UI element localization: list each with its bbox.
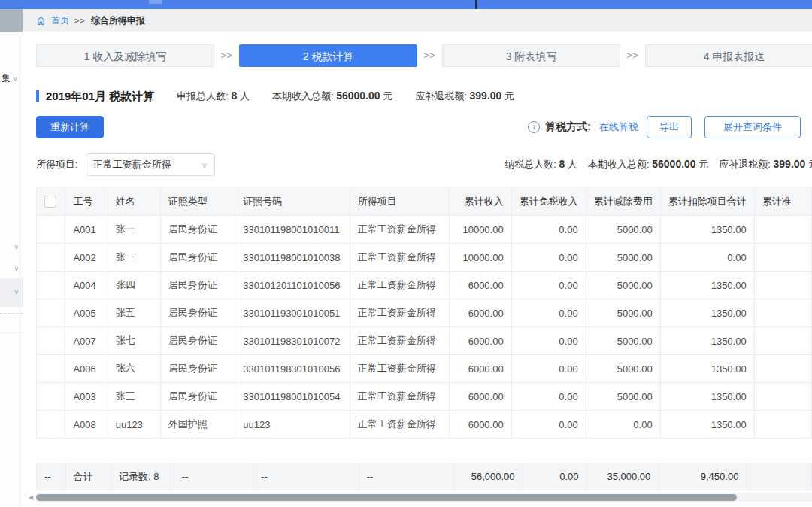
table-cell: 0.00 (511, 355, 586, 383)
table-cell (754, 272, 811, 299)
table-cell: A002 (65, 244, 108, 272)
table-cell: 0.00 (511, 244, 586, 272)
table-row[interactable]: A006张六居民身份证330101198301010056正常工资薪金所得600… (37, 355, 812, 383)
row-checkbox-cell (37, 411, 65, 439)
sidebar-active-item[interactable] (0, 278, 23, 307)
table-row[interactable]: A008uu123外国护照uu123正常工资薪金所得6000.000.000.0… (37, 411, 812, 439)
table-cell: 居民身份证 (160, 383, 235, 411)
table-cell: 1350.00 (660, 272, 754, 299)
table-cell: 330101198301010072 (235, 327, 350, 355)
browser-top-strip (0, 0, 812, 9)
horizontal-scrollbar[interactable]: ◀ (36, 493, 812, 502)
row-checkbox-cell (37, 383, 65, 411)
table-cell: 正常工资薪金所得 (350, 327, 449, 355)
table-cell: 居民身份证 (160, 355, 235, 383)
step-3-schedule-fill[interactable]: 3 附表填写 (442, 44, 620, 67)
row-checkbox-cell (37, 299, 65, 327)
table-cell: 张七 (108, 327, 160, 355)
row-checkbox-cell (37, 244, 65, 272)
filter-row: 所得项目: 正常工资薪金所得 ∨ 纳税总人数: 8 人 本期收入总额: 5600… (36, 153, 812, 176)
sidebar-item-partial[interactable]: 集∨ (2, 72, 18, 85)
sidebar-corner-block (0, 9, 23, 32)
table-row[interactable]: A001张一居民身份证330101198001010011正常工资薪金所得100… (37, 216, 812, 244)
table-row[interactable]: A007张七居民身份证330101198301010072正常工资薪金所得600… (37, 327, 812, 355)
data-table: 工号姓名证照类型证照号码所得项目累计收入累计免税收入累计减除费用累计扣除项目合计… (36, 187, 812, 439)
sidebar-divider-dashed (0, 313, 23, 314)
income-total-stat: 本期收入总额: 56000.00 元 (588, 158, 708, 172)
step-1-income-deduction[interactable]: 1 收入及减除填写 (36, 44, 214, 67)
total-cell: 合计 (65, 463, 111, 490)
table-cell: 居民身份证 (160, 244, 235, 272)
table-cell (754, 216, 811, 244)
breadcrumb-current: 综合所得申报 (91, 14, 145, 27)
recalculate-button[interactable]: 重新计算 (36, 116, 104, 138)
table-row[interactable]: A003张三居民身份证330101198001010054正常工资薪金所得600… (37, 383, 812, 411)
topbar-cursor-tick (475, 0, 477, 9)
total-cell: -- (174, 463, 253, 490)
table-cell: 6000.00 (449, 299, 511, 327)
table-cell: 5000.00 (586, 272, 660, 299)
table-cell: 0.00 (586, 411, 660, 439)
table-header-row: 工号姓名证照类型证照号码所得项目累计收入累计免税收入累计减除费用累计扣除项目合计… (37, 187, 812, 216)
tax-due-stat: 应补退税额: 399.00 元 (415, 90, 514, 103)
step-wizard: 1 收入及减除填写 >> 2 税款计算 >> 3 附表填写 >> 4 申报表报送 (36, 44, 812, 68)
table-cell: 330101198001010011 (235, 216, 350, 244)
scrollbar-thumb[interactable] (36, 494, 737, 501)
export-button[interactable]: 导出 (647, 116, 692, 138)
total-cell: 56,000.00 (455, 463, 523, 490)
column-header: 证照类型 (160, 187, 235, 216)
expand-query-button[interactable]: 展开查询条件 (704, 116, 801, 138)
table-cell (754, 355, 811, 383)
table-cell: 330101198301010056 (235, 355, 350, 383)
table-cell: 1350.00 (660, 383, 754, 411)
column-header: 累计准 (754, 187, 811, 216)
chevron-down-icon: ∨ (13, 75, 18, 83)
table-cell: 居民身份证 (160, 216, 235, 244)
select-all-checkbox[interactable] (44, 196, 56, 208)
table-cell: 330101201101010056 (235, 272, 350, 299)
chevron-down-icon[interactable]: ∨ (14, 265, 19, 272)
home-icon[interactable] (36, 16, 46, 26)
income-item-select[interactable]: 正常工资薪金所得 ∨ (86, 153, 215, 176)
step-4-report-submit[interactable]: 4 申报表报送 (645, 44, 812, 67)
tax-mode-value-link[interactable]: 在线算税 (599, 120, 638, 134)
table-cell: 居民身份证 (160, 299, 235, 327)
table-cell (754, 383, 811, 411)
column-header: 累计扣除项目合计 (660, 187, 754, 216)
column-header: 工号 (65, 187, 108, 216)
row-checkbox-cell (37, 272, 65, 299)
table-cell: 5000.00 (586, 216, 660, 244)
table-row[interactable]: A002张二居民身份证330101198001010038正常工资薪金所得100… (37, 244, 812, 272)
table-cell: A001 (65, 216, 108, 244)
table-cell: uu123 (108, 411, 160, 439)
step-separator: >> (214, 50, 239, 61)
table-cell: 6000.00 (449, 411, 511, 439)
table-cell: 1350.00 (660, 355, 754, 383)
chevron-down-icon[interactable]: ∨ (14, 288, 19, 296)
table-gap (36, 439, 812, 463)
row-checkbox-cell (37, 355, 65, 383)
total-cell: -- (37, 463, 66, 490)
column-header: 累计免税收入 (511, 187, 586, 216)
row-checkbox-cell (37, 327, 65, 355)
total-cell: -- (359, 463, 454, 490)
table-row[interactable]: A005张五居民身份证330101193001010051正常工资薪金所得600… (37, 299, 812, 327)
table-cell: 1350.00 (660, 411, 754, 439)
scroll-left-arrow-icon[interactable]: ◀ (29, 494, 33, 501)
table-row[interactable]: A004张四居民身份证330101201101010056正常工资薪金所得600… (37, 272, 812, 299)
table-cell (754, 327, 811, 355)
info-icon[interactable]: i (528, 121, 540, 133)
content-area: 1 收入及减除填写 >> 2 税款计算 >> 3 附表填写 >> 4 申报表报送… (23, 44, 812, 502)
table-cell: 0.00 (511, 299, 586, 327)
table-cell: 1350.00 (660, 216, 754, 244)
column-header: 累计收入 (449, 187, 511, 216)
toolbar-right-group: i 算税方式: 在线算税 导出 展开查询条件 (528, 116, 801, 138)
table-cell: 330101193001010051 (235, 299, 350, 327)
breadcrumb-home-link[interactable]: 首页 (51, 14, 69, 27)
chevron-down-icon[interactable]: ∨ (14, 243, 19, 250)
table-cell: A004 (65, 272, 108, 299)
tax-due-stat: 应补退税额: 399.00 元 (719, 158, 812, 172)
step-2-tax-calculation[interactable]: 2 税款计算 (239, 44, 417, 67)
table-cell: A008 (65, 411, 108, 439)
column-header: 所得项目 (350, 187, 449, 216)
